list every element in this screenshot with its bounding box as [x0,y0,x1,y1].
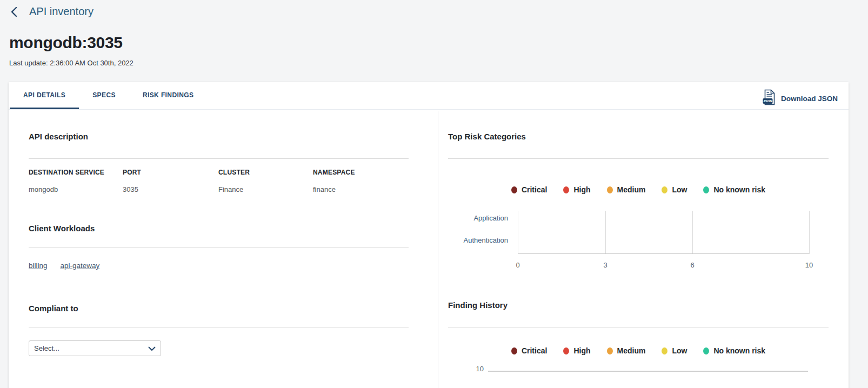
legend-label: Low [672,346,687,355]
no-known-risk-dot-icon [703,186,709,193]
download-json-label: Download JSON [781,95,838,103]
tab-api-details[interactable]: API DETAILS [10,82,79,109]
field-value: finance [313,185,355,193]
legend-item-no-known-risk: No known risk [703,185,765,194]
bar-category-label-authentication: Authentication [425,236,508,244]
field-value: 3035 [123,185,141,193]
field-destination-service: DESTINATION SERVICE mongodb [29,169,104,193]
x-tick-0: 0 [516,261,519,269]
top-risk-legend: Critical High Medium Low No known risk [448,185,829,194]
top-risk-bar-chart [518,211,809,254]
legend-item-critical: Critical [511,185,547,194]
finding-history-heading: Finding History [448,300,508,310]
legend-label: Medium [617,346,646,355]
api-inventory-detail-page: API inventory mongodb:3035 Last update: … [0,0,868,388]
back-to-api-inventory[interactable]: API inventory [10,5,94,18]
critical-dot-icon [511,186,517,193]
critical-dot-icon [511,347,517,354]
workload-link-billing[interactable]: billing [29,262,48,270]
field-label: PORT [123,169,141,176]
compliant-to-select[interactable]: Select... [29,340,161,356]
tab-risk-findings[interactable]: RISK FINDINGS [129,82,208,109]
legend-label: Critical [522,346,547,355]
svg-text:JSON: JSON [763,99,772,103]
divider [448,158,829,159]
medium-dot-icon [607,186,613,193]
legend-item-no-known-risk: No known risk [703,346,765,355]
legend-item-low: Low [662,185,687,194]
chevron-left-icon[interactable] [10,6,18,18]
compliant-to-heading: Compliant to [29,304,78,313]
field-value: mongodb [29,185,104,193]
legend-label: Critical [522,185,547,194]
api-description-heading: API description [29,132,88,141]
legend-label: High [573,185,590,194]
field-port: PORT 3035 [123,169,141,193]
column-divider [438,111,438,388]
field-cluster: CLUSTER Finance [218,169,250,193]
high-dot-icon [563,347,569,354]
field-value: Finance [218,185,250,193]
x-tick-10: 10 [805,261,813,269]
json-file-icon: JSON [762,89,776,108]
client-workloads-links: billing api-gateway [29,262,99,270]
top-risk-categories-heading: Top Risk Categories [448,132,526,141]
divider [29,247,409,248]
field-label: DESTINATION SERVICE [29,169,104,176]
gridline [692,211,693,254]
tab-bar: API DETAILS SPECS RISK FINDINGS [9,82,849,110]
page-title: mongodb:3035 [9,34,123,52]
low-dot-icon [662,186,667,193]
gridline [518,211,518,254]
high-dot-icon [563,186,569,193]
legend-label: High [573,346,590,355]
divider [448,327,829,327]
divider [29,158,409,159]
field-namespace: NAMESPACE finance [313,169,355,193]
select-placeholder: Select... [34,344,59,352]
legend-item-medium: Medium [607,185,646,194]
client-workloads-heading: Client Workloads [29,224,95,233]
x-tick-3: 3 [603,261,607,269]
gridline [605,211,606,254]
low-dot-icon [662,347,667,354]
legend-label: Low [672,185,687,194]
no-known-risk-dot-icon [703,347,709,354]
workload-link-api-gateway[interactable]: api-gateway [61,262,100,270]
finding-history-legend: Critical High Medium Low No known risk [448,346,829,355]
gridline [488,371,808,372]
legend-label: No known risk [713,185,765,194]
x-axis-line [518,253,809,254]
x-tick-6: 6 [690,261,694,269]
download-json-button[interactable]: JSON Download JSON [762,89,838,108]
detail-card: API DETAILS SPECS RISK FINDINGS JSON Dow… [9,82,849,388]
last-update-text: Last update: 2:36:00 AM Oct 30th, 2022 [9,59,133,67]
field-label: NAMESPACE [313,169,355,176]
legend-item-medium: Medium [607,346,646,355]
tab-specs[interactable]: SPECS [79,82,129,109]
bar-category-label-application: Application [425,214,508,222]
legend-label: No known risk [713,346,765,355]
legend-label: Medium [617,185,646,194]
chevron-down-icon [148,344,156,353]
finding-history-y-tick-10: 10 [470,365,484,373]
legend-item-low: Low [662,346,687,355]
divider [29,327,409,327]
breadcrumb[interactable]: API inventory [29,5,94,18]
field-label: CLUSTER [218,169,250,176]
gridline [809,211,810,254]
legend-item-high: High [563,346,590,355]
legend-item-critical: Critical [511,346,547,355]
legend-item-high: High [563,185,590,194]
medium-dot-icon [607,347,613,354]
